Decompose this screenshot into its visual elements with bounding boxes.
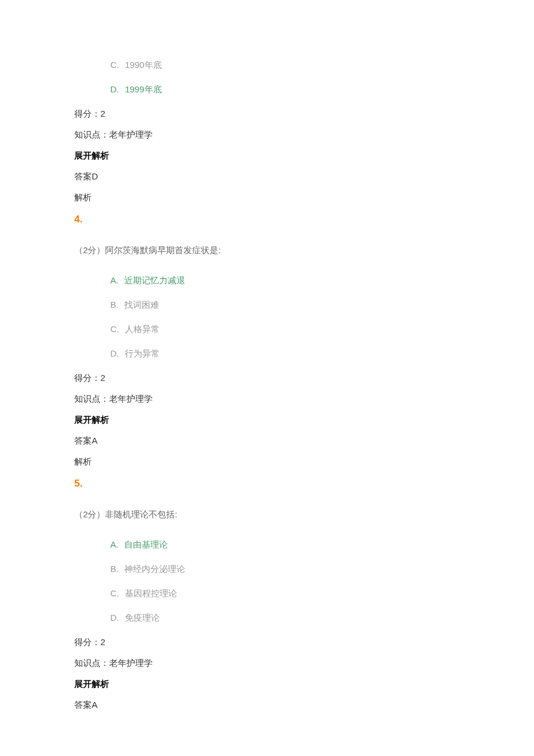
option-text: 近期记忆力减退 (124, 275, 185, 285)
option-d: D. 1999年底 (74, 82, 534, 96)
score-label: 得分： (74, 637, 100, 647)
option-text: 1990年底 (125, 60, 161, 70)
option-text: 行为异常 (125, 348, 160, 358)
answer-value: A (92, 435, 98, 445)
option-b: B. 找词困难 (74, 298, 534, 312)
question-text: （2分）阿尔茨海默病早期首发症状是: (74, 243, 534, 257)
option-letter: C. (110, 58, 119, 72)
score-line: 得分：2 (74, 635, 534, 649)
option-c: C. 基因程控理论 (74, 586, 534, 600)
answer-label: 答案 (74, 700, 92, 710)
kp-line: 知识点：老年护理学 (74, 128, 534, 142)
option-c: C. 1990年底 (74, 58, 534, 72)
question-number: 4. (74, 211, 534, 227)
expand-link[interactable]: 展开解析 (74, 149, 534, 163)
kp-value: 老年护理学 (109, 129, 153, 139)
score-label: 得分： (74, 373, 100, 383)
answer-line: 答案A (74, 434, 534, 448)
option-text: 基因程控理论 (125, 588, 177, 598)
kp-label: 知识点： (74, 658, 109, 668)
answer-line: 答案D (74, 170, 534, 183)
answer-label: 答案 (74, 435, 92, 445)
option-letter: A. (110, 538, 118, 552)
option-a: A. 自由基理论 (74, 538, 534, 552)
option-letter: B. (110, 298, 118, 312)
option-letter: C. (110, 586, 119, 600)
kp-line: 知识点：老年护理学 (74, 656, 534, 670)
question-number: 5. (74, 476, 534, 491)
kp-value: 老年护理学 (109, 394, 153, 404)
option-c: C. 人格异常 (74, 322, 534, 336)
option-d: D. 行为异常 (74, 347, 534, 361)
option-text: 自由基理论 (124, 539, 168, 549)
answer-value: A (92, 700, 98, 710)
score-value: 2 (100, 373, 105, 383)
option-letter: B. (110, 562, 118, 576)
option-letter: D. (110, 82, 119, 96)
option-text: 人格异常 (125, 324, 160, 334)
question-text: （2分）非随机理论不包括: (74, 507, 534, 521)
option-text: 免疫理论 (125, 613, 160, 622)
option-letter: D. (110, 611, 119, 625)
score-label: 得分： (74, 109, 100, 118)
kp-label: 知识点： (74, 129, 109, 139)
option-text: 找词困难 (124, 300, 159, 309)
option-text: 神经内分泌理论 (124, 564, 185, 574)
score-value: 2 (100, 637, 105, 647)
kp-value: 老年护理学 (109, 658, 153, 668)
option-d: D. 免疫理论 (74, 611, 534, 625)
option-letter: D. (110, 347, 119, 361)
option-a: A. 近期记忆力减退 (74, 273, 534, 287)
answer-label: 答案 (74, 171, 92, 181)
explain-label: 解析 (74, 455, 534, 469)
expand-link[interactable]: 展开解析 (74, 413, 534, 427)
expand-link[interactable]: 展开解析 (74, 677, 534, 691)
score-line: 得分：2 (74, 371, 534, 385)
option-letter: C. (110, 322, 119, 336)
kp-label: 知识点： (74, 394, 109, 404)
option-text: 1999年底 (125, 84, 161, 94)
kp-line: 知识点：老年护理学 (74, 392, 534, 406)
explain-label: 解析 (74, 190, 534, 204)
score-line: 得分：2 (74, 107, 534, 121)
option-b: B. 神经内分泌理论 (74, 562, 534, 576)
score-value: 2 (100, 109, 105, 118)
answer-line: 答案A (74, 698, 534, 712)
option-letter: A. (110, 273, 118, 287)
answer-value: D (92, 171, 98, 181)
